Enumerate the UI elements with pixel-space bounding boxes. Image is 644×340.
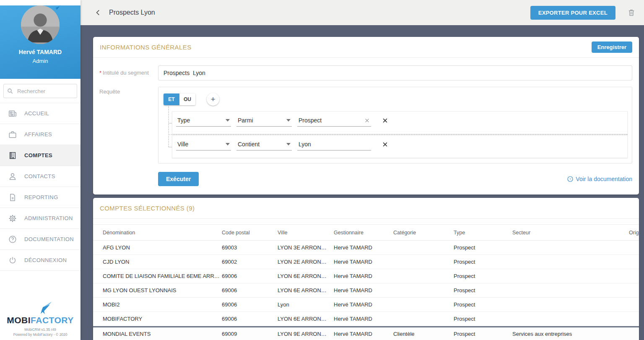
cell-ville: Lyon bbox=[278, 301, 334, 308]
sidebar-item-administration[interactable]: ADMINISTRATION bbox=[0, 208, 80, 229]
table-row[interactable]: AFG LYON 69003 LYON 3E ARRON… Hervé TAMA… bbox=[93, 241, 639, 255]
sidebar-item-label: COMPTES bbox=[24, 152, 52, 158]
sidebar-search bbox=[0, 79, 80, 103]
sidebar-item-deconnexion[interactable]: DÉCONNEXION bbox=[0, 250, 80, 271]
cell-gestionnaire: Hervé TAMARD bbox=[334, 301, 393, 308]
cell-code-postal: 69006 bbox=[222, 273, 278, 279]
column-header: Gestionnaire bbox=[334, 230, 393, 236]
sidebar-item-affaires[interactable]: AFFAIRES bbox=[0, 124, 80, 145]
query-condition-row: Type Parmi Prospect bbox=[172, 111, 628, 134]
execute-button[interactable]: Exécuter bbox=[158, 172, 199, 186]
sidebar-item-reporting[interactable]: REPORTING bbox=[0, 187, 80, 208]
cell-type: Prospect bbox=[454, 244, 512, 251]
remove-condition-icon[interactable] bbox=[382, 141, 388, 148]
cell-type: Prospect bbox=[454, 316, 512, 322]
clear-value-icon[interactable] bbox=[364, 118, 370, 123]
sidebar-item-contacts[interactable]: CONTACTS bbox=[0, 166, 80, 187]
table-row[interactable]: MONDIAL EVENTS 69009 LYON 9E ARRON… Herv… bbox=[93, 326, 639, 340]
query-builder: ET OU + Type Parmi Prospect Vi bbox=[158, 87, 632, 164]
svg-text:?: ? bbox=[569, 177, 571, 181]
cell-denomination: AFG LYON bbox=[103, 244, 222, 251]
sidebar-item-documentation[interactable]: DOCUMENTATION bbox=[0, 229, 80, 250]
trash-icon[interactable] bbox=[627, 8, 636, 17]
sidebar-item-label: ACCUEIL bbox=[24, 110, 49, 117]
add-condition-button[interactable]: + bbox=[207, 93, 219, 106]
help-circle-icon: ? bbox=[567, 176, 574, 182]
report-icon bbox=[8, 193, 17, 202]
column-header: Catégorie bbox=[393, 230, 454, 236]
search-icon bbox=[7, 88, 13, 94]
cell-gestionnaire: Hervé TAMARD bbox=[334, 316, 393, 322]
segment-name-input[interactable] bbox=[158, 65, 632, 80]
cell-gestionnaire: Hervé TAMARD bbox=[334, 259, 393, 265]
chevron-down-icon bbox=[226, 119, 230, 122]
app-version: MobiCRM v1.35 r49 Powered by MobiFactory… bbox=[0, 327, 80, 338]
general-info-title: INFORMATIONS GÉNÉRALES bbox=[100, 44, 192, 51]
newspaper-icon bbox=[8, 109, 17, 118]
cell-ville: LYON 3E ARRON… bbox=[278, 244, 334, 251]
cell-type: Prospect bbox=[454, 273, 512, 279]
remove-condition-icon[interactable] bbox=[382, 117, 388, 124]
sidebar-item-comptes[interactable]: COMPTES bbox=[0, 145, 80, 166]
cell-code-postal: 69002 bbox=[222, 259, 278, 265]
general-info-panel: INFORMATIONS GÉNÉRALES Enregistrer *Inti… bbox=[93, 37, 639, 195]
condition-value-input[interactable]: Lyon bbox=[297, 141, 371, 151]
query-condition-row: Ville Contient Lyon bbox=[172, 135, 628, 158]
sidebar-item-label: AFFAIRES bbox=[24, 131, 52, 138]
app-logo: MOBIFACTORY MobiCRM v1.35 r49 Powered by… bbox=[0, 301, 80, 338]
table-row[interactable]: MG LYON OUEST LYONNAIS 69006 LYON 6E ARR… bbox=[93, 283, 639, 298]
table-row[interactable]: COMITE DE LIAISON FAMILIALE 6EME ARR… 69… bbox=[93, 269, 639, 283]
table-row[interactable]: MOBI2 69006 Lyon Hervé TAMARD Prospect bbox=[93, 298, 639, 312]
cell-type: Prospect bbox=[454, 301, 512, 308]
cell-ville: LYON 6E ARRON… bbox=[278, 316, 334, 322]
sidebar-item-label: DÉCONNEXION bbox=[24, 257, 67, 263]
user-icon bbox=[8, 172, 17, 181]
sidebar: Hervé TAMARD Admin ACCUEIL AFFAIRES COMP… bbox=[0, 0, 80, 340]
chevron-down-icon bbox=[286, 119, 291, 122]
column-header: Dénomination bbox=[103, 230, 222, 236]
column-header: Origine bbox=[622, 230, 639, 236]
bird-badge-icon bbox=[54, 5, 61, 11]
accounts-table-header: Dénomination Code postal Ville Gestionna… bbox=[93, 225, 639, 241]
sidebar-item-accueil[interactable]: ACCUEIL bbox=[0, 103, 80, 124]
query-conditions: Type Parmi Prospect Ville Contient Lyon bbox=[172, 111, 628, 158]
table-row[interactable]: MOBIFACTORY 69006 LYON 6E ARRON… Hervé T… bbox=[93, 312, 639, 326]
back-chevron-icon[interactable] bbox=[94, 9, 102, 16]
save-button[interactable]: Enregistrer bbox=[592, 42, 632, 53]
condition-field-select[interactable]: Type bbox=[176, 117, 231, 127]
logic-or-button[interactable]: OU bbox=[179, 93, 195, 105]
chevron-down-icon bbox=[286, 143, 291, 145]
condition-operator-select[interactable]: Contient bbox=[236, 141, 292, 151]
condition-value-input[interactable]: Prospect bbox=[297, 117, 371, 127]
column-header: Ville bbox=[278, 230, 334, 236]
cell-denomination: MOBI2 bbox=[103, 301, 222, 308]
cell-ville: LYON 9E ARRON… bbox=[278, 331, 334, 337]
export-excel-button[interactable]: EXPORTER POUR EXCEL bbox=[530, 6, 615, 20]
cell-gestionnaire: Hervé TAMARD bbox=[334, 287, 393, 293]
logic-and-button[interactable]: ET bbox=[164, 93, 179, 105]
table-row[interactable]: CJD LYON 69002 LYON 2E ARRON… Hervé TAMA… bbox=[93, 255, 639, 269]
cell-code-postal: 69003 bbox=[222, 244, 278, 251]
main-content: INFORMATIONS GÉNÉRALES Enregistrer *Inti… bbox=[80, 25, 644, 340]
cell-denomination: MONDIAL EVENTS bbox=[103, 331, 222, 337]
chevron-down-icon bbox=[226, 143, 230, 145]
condition-operator-select[interactable]: Parmi bbox=[236, 117, 292, 127]
search-input[interactable] bbox=[3, 84, 77, 98]
briefcase-icon bbox=[8, 130, 17, 139]
cell-ville: LYON 6E ARRON… bbox=[278, 273, 334, 279]
sidebar-nav: ACCUEIL AFFAIRES COMPTES CONTACTS REPORT… bbox=[0, 103, 80, 271]
cell-categorie: Clientèle bbox=[393, 331, 454, 337]
cell-gestionnaire: Hervé TAMARD bbox=[334, 331, 393, 337]
condition-field-select[interactable]: Ville bbox=[176, 141, 231, 151]
sidebar-item-label: REPORTING bbox=[24, 194, 58, 200]
sidebar-item-label: CONTACTS bbox=[24, 173, 55, 179]
cell-ville: LYON 6E ARRON… bbox=[278, 287, 334, 293]
query-label: Requête bbox=[99, 87, 158, 164]
user-name: Hervé TAMARD bbox=[0, 49, 80, 55]
cell-type: Prospect bbox=[454, 259, 512, 265]
segment-label: *Intitulé du segment bbox=[99, 65, 158, 80]
documentation-link[interactable]: ? Voir la documentation bbox=[567, 176, 632, 182]
user-profile: Hervé TAMARD Admin bbox=[0, 5, 80, 79]
sidebar-item-label: ADMINISTRATION bbox=[24, 215, 73, 221]
cell-denomination: MOBIFACTORY bbox=[103, 316, 222, 322]
